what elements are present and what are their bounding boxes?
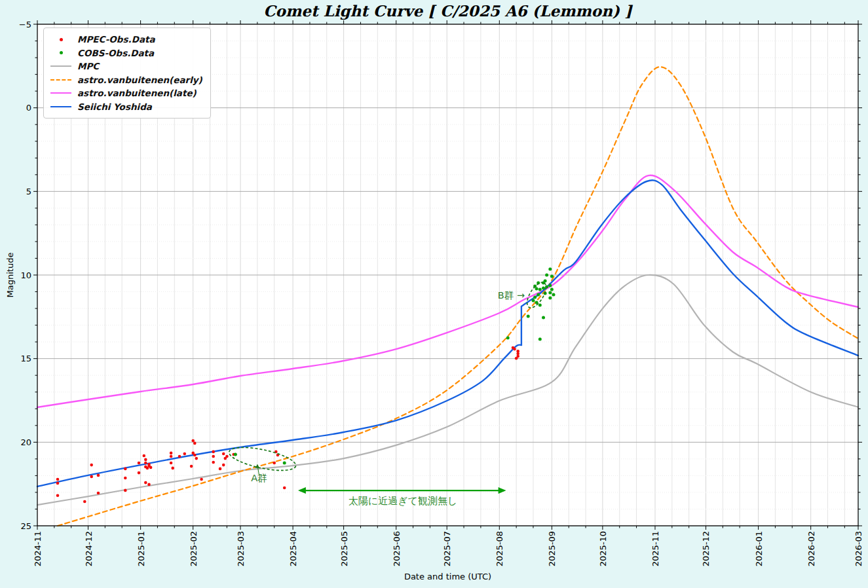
- data-point: [538, 288, 542, 291]
- legend: MPEC-Obs.DataCOBS-Obs.DataMPCastro.vanbu…: [43, 28, 211, 119]
- data-point: [56, 482, 60, 485]
- x-tick-label: 2025-08: [495, 531, 504, 566]
- legend-line-marker: [50, 65, 72, 67]
- data-point: [200, 478, 203, 481]
- data-point: [283, 462, 286, 465]
- legend-marker-shape: [50, 106, 71, 107]
- x-tick-label: 2025-10: [598, 531, 608, 566]
- data-point: [191, 439, 195, 443]
- x-tick-label: 2025-05: [339, 531, 349, 566]
- x-tick-label: 2025-07: [442, 531, 452, 566]
- data-point: [222, 464, 225, 467]
- y-axis-label: Magnitude: [5, 253, 15, 298]
- data-point: [195, 457, 198, 460]
- data-point: [171, 467, 174, 470]
- data-point: [138, 462, 141, 465]
- data-point: [548, 268, 552, 271]
- data-point: [552, 293, 556, 297]
- data-point: [273, 462, 276, 465]
- legend-item: MPEC-Obs.Data: [50, 33, 202, 46]
- x-tick-label: 2025-12: [701, 531, 711, 566]
- legend-label: COBS-Obs.Data: [77, 48, 154, 58]
- data-point: [144, 462, 147, 465]
- legend-line-marker: [50, 106, 72, 107]
- x-tick-label: 2025-04: [288, 531, 298, 566]
- data-point: [538, 304, 542, 307]
- data-point: [550, 275, 554, 278]
- x-tick-label: 2024-11: [33, 531, 43, 566]
- legend-item: MPC: [50, 60, 202, 73]
- data-point: [170, 452, 173, 455]
- x-tick-label: 2026-01: [754, 531, 764, 566]
- data-point: [533, 296, 537, 299]
- y-tick-label: 20: [20, 437, 31, 447]
- data-point: [144, 458, 147, 462]
- data-point: [548, 291, 552, 295]
- x-tick-label: 2024-12: [84, 531, 94, 566]
- legend-marker-shape: [60, 51, 63, 54]
- data-point: [548, 297, 552, 300]
- data-point: [542, 316, 545, 320]
- x-tick-label: 2026-02: [806, 531, 816, 566]
- data-point: [124, 489, 127, 492]
- x-tick-label: 2025-11: [651, 531, 660, 566]
- data-point: [225, 455, 229, 458]
- x-tick-label: 2025-02: [189, 531, 198, 566]
- legend-item: Seiichi Yoshida: [50, 100, 202, 114]
- legend-label: MPC: [77, 61, 99, 71]
- data-point: [144, 481, 147, 485]
- data-point: [283, 487, 286, 490]
- x-tick-label: 2025-01: [136, 531, 146, 566]
- data-point: [537, 293, 540, 297]
- data-point: [83, 500, 86, 504]
- sun-gap-label: 太陽に近過ぎて観測無し: [349, 495, 457, 507]
- legend-item: astro.vanbuitenen(early): [50, 73, 202, 87]
- data-point: [90, 475, 93, 479]
- data-point: [212, 455, 215, 458]
- y-tick-label: 10: [20, 270, 31, 280]
- figure: Comet Light Curve [ C/2025 A6 (Lemmon) ]…: [0, 0, 868, 588]
- y-tick-label: 15: [20, 354, 31, 363]
- data-point: [532, 299, 535, 303]
- legend-line-marker: [50, 79, 72, 81]
- data-point: [538, 338, 542, 341]
- data-point: [124, 477, 127, 480]
- data-point: [56, 494, 60, 498]
- data-point: [535, 287, 538, 290]
- y-tick-label: 5: [26, 187, 31, 196]
- data-point: [149, 466, 153, 469]
- data-point: [124, 468, 127, 471]
- data-point: [513, 348, 516, 351]
- data-point: [183, 452, 187, 456]
- data-point: [178, 455, 181, 458]
- legend-label: MPEC-Obs.Data: [77, 34, 155, 45]
- data-point: [190, 465, 193, 468]
- data-point: [548, 284, 552, 287]
- data-point: [97, 474, 100, 477]
- data-point: [219, 468, 222, 471]
- group-b-label: B群 →: [498, 290, 525, 301]
- data-point: [56, 478, 60, 481]
- data-point: [170, 462, 173, 465]
- data-point: [545, 274, 548, 277]
- x-tick-label: 2025-09: [547, 531, 557, 566]
- data-point: [143, 454, 146, 458]
- data-point: [234, 453, 237, 456]
- x-tick-label: 2026-03: [854, 531, 863, 566]
- data-point: [170, 455, 173, 458]
- legend-marker-shape: [50, 65, 71, 67]
- data-point: [516, 352, 519, 356]
- legend-label: Seiichi Yoshida: [77, 101, 152, 112]
- data-point: [90, 464, 93, 467]
- legend-marker-shape: [60, 38, 63, 41]
- data-point: [147, 483, 151, 487]
- legend-label: astro.vanbuitenen(late): [77, 88, 197, 98]
- x-tick-label: 2025-03: [236, 531, 246, 566]
- data-point: [506, 337, 510, 340]
- legend-marker-shape: [50, 79, 71, 81]
- legend-item: astro.vanbuitenen(late): [50, 86, 202, 100]
- y-tick-label: 0: [26, 103, 31, 113]
- legend-marker-shape: [50, 92, 71, 94]
- x-tick-label: 2025-06: [392, 531, 402, 566]
- data-point: [515, 357, 518, 360]
